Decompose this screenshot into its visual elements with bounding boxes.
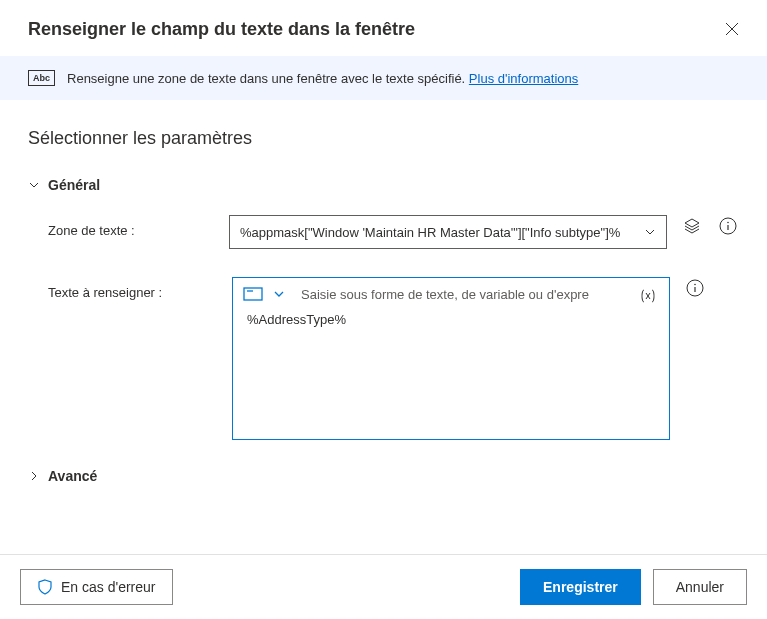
insert-variable-button[interactable] [637,286,659,306]
info-icon [719,217,737,235]
chevron-right-icon [28,470,40,482]
close-button[interactable] [721,18,743,40]
chevron-down-icon [28,179,40,191]
save-button[interactable]: Enregistrer [520,569,641,605]
info-banner: Abc Renseigne une zone de texte dans une… [0,56,767,100]
on-error-label: En cas d'erreur [61,579,156,595]
shield-icon [37,579,53,595]
text-box-value: %appmask["Window 'Maintain HR Master Dat… [240,225,620,240]
dialog-title: Renseigner le champ du texte dans la fen… [28,19,415,40]
on-error-button[interactable]: En cas d'erreur [20,569,173,605]
advanced-section-label: Avancé [48,468,97,484]
text-to-fill-placeholder: Saisie sous forme de texte, de variable … [301,287,589,302]
general-section-label: Général [48,177,100,193]
input-mode-icon [243,287,263,301]
svg-rect-2 [244,288,262,300]
svg-point-4 [694,284,696,286]
text-box-field[interactable]: %appmask["Window 'Maintain HR Master Dat… [229,215,667,249]
input-mode-dropdown[interactable] [271,286,287,302]
general-section-toggle[interactable]: Général [28,177,739,193]
chevron-down-icon [273,288,285,300]
layers-icon [683,217,701,235]
info-button[interactable] [684,277,706,299]
cancel-button[interactable]: Annuler [653,569,747,605]
text-box-label: Zone de texte : [48,215,229,238]
info-button[interactable] [717,215,739,237]
svg-point-1 [727,222,729,224]
info-icon [686,279,704,297]
text-to-fill-label: Texte à renseigner : [48,277,232,300]
info-banner-text: Renseigne une zone de texte dans une fen… [67,71,578,86]
advanced-section-toggle[interactable]: Avancé [28,468,739,484]
section-title: Sélectionner les paramètres [28,128,739,149]
chevron-down-icon [644,226,656,238]
close-icon [725,22,739,36]
text-to-fill-value: %AddressType% [233,306,669,333]
more-info-link[interactable]: Plus d'informations [469,71,578,86]
variable-icon [639,288,657,304]
abc-icon: Abc [28,70,55,86]
text-to-fill-field[interactable]: Saisie sous forme de texte, de variable … [232,277,670,440]
ui-element-picker-button[interactable] [681,215,703,237]
